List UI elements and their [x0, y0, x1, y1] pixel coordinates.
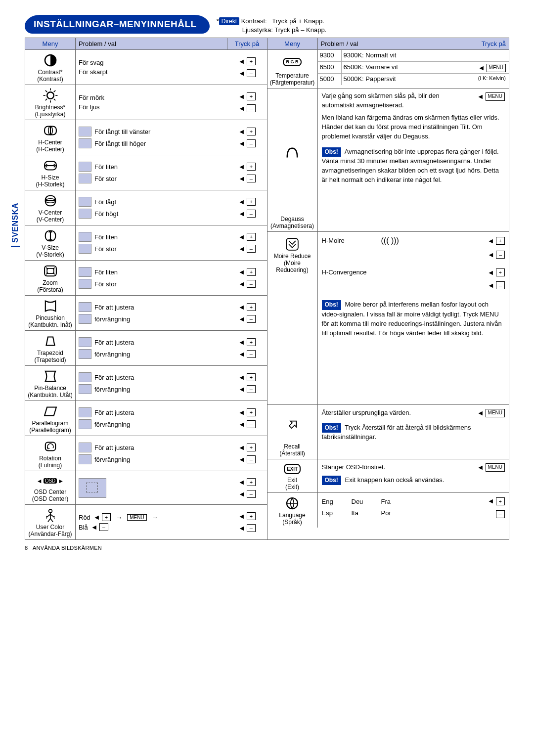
moire-obs: Moire beror på interferens mellan fosfor…: [322, 301, 502, 336]
hdr-meny: Meny: [25, 38, 76, 49]
plus-button[interactable]: ◄+: [238, 233, 256, 241]
page-title: INSTÄLLNINGAR–MENYINNEHÅLL: [25, 15, 210, 34]
setting-row: Pincushion(Kantbuktn. Inåt)För att juste…: [25, 296, 267, 331]
setting-icon: [42, 403, 59, 420]
setting-icon: [42, 157, 59, 174]
setting-icon: [42, 192, 59, 209]
recall-obs: Tryck Återställ för att återgå till bild…: [322, 424, 471, 441]
plus-button[interactable]: ◄+: [238, 408, 256, 416]
minus-button[interactable]: ◄–: [238, 315, 256, 323]
recall-icon: [284, 407, 301, 443]
setting-row: H-Size(H-Storlek)För litenFör stor◄+◄–: [25, 155, 267, 190]
minus-button[interactable]: ◄–: [238, 420, 256, 428]
lang-option: Fra: [381, 497, 411, 507]
obs-badge: Obs!: [322, 147, 341, 157]
plus-button[interactable]: ◄+: [238, 373, 256, 381]
plus-button[interactable]: ◄+: [238, 303, 256, 311]
moire-icon: [284, 236, 301, 253]
hdr-problem-r: Problem / val: [318, 38, 465, 49]
setting-icon: [42, 298, 59, 314]
setting-row: Zoom(Förstora)För litenFör stor◄+◄–: [25, 261, 267, 296]
hdr-meny-r: Meny: [267, 38, 318, 49]
plus-button[interactable]: ◄+: [238, 478, 256, 486]
minus-button[interactable]: ◄–: [238, 104, 256, 112]
h-moire-label: H-Moire: [322, 236, 376, 246]
exit-obs: Exit knappen kan också användas.: [345, 476, 444, 484]
lang-option: Ita: [352, 509, 381, 518]
h-conv-label: H-Convergence: [322, 268, 396, 277]
minus-button[interactable]: ◄–: [238, 524, 256, 532]
svg-point-1: [47, 92, 54, 99]
plus-button[interactable]: ◄+: [238, 338, 256, 346]
plus-button[interactable]: ◄+: [238, 198, 256, 206]
exit-text: Stänger OSD-fönstret.: [322, 463, 477, 472]
settings-table: Meny Problem / val Tryck på Contrast*(Ko…: [25, 38, 509, 540]
recall-text: Återställer ursprungliga värden.: [322, 408, 477, 418]
minus-button[interactable]: ◄–: [238, 385, 256, 393]
plus-button[interactable]: ◄+: [238, 163, 256, 171]
lang-option: Esp: [322, 509, 352, 518]
hdr-problem: Problem / val: [76, 38, 227, 49]
degauss-obs: Avmagnetisering bör inte upprepas flera …: [322, 148, 499, 183]
svg-rect-20: [44, 266, 56, 276]
minus-button[interactable]: ◄–: [238, 69, 256, 77]
language-icon: [284, 495, 301, 512]
plus-button[interactable]: ◄+: [238, 268, 256, 276]
minus-button[interactable]: ◄–: [238, 280, 256, 288]
setting-icon: [42, 333, 59, 350]
setting-row: Contrast*(Kontrast)För svagFör skarpt◄+◄…: [25, 50, 267, 85]
setting-icon: [42, 87, 59, 104]
plus-button[interactable]: ◄+: [238, 512, 256, 520]
plus-button[interactable]: ◄+: [238, 444, 256, 451]
minus-button[interactable]: ◄–: [238, 245, 256, 253]
setting-icon: ◄OSD►: [37, 473, 64, 489]
setting-row: H-Center(H-Center)För långt till vänster…: [25, 120, 267, 155]
svg-line-9: [45, 99, 46, 100]
temp-row: 93009300K: Normalt vit: [318, 50, 509, 62]
svg-line-6: [45, 90, 46, 92]
setting-row: Parallelogram(Parallellogram)För att jus…: [25, 401, 267, 436]
minus-button[interactable]: ◄–: [238, 139, 256, 147]
setting-icon: [42, 263, 59, 279]
svg-line-22: [46, 268, 47, 269]
side-tab-svenska: SVENSKA: [11, 203, 20, 247]
plus-button[interactable]: ◄+: [238, 92, 256, 100]
svg-line-23: [53, 268, 54, 269]
setting-icon: [42, 122, 59, 139]
setting-row: V-Center(V-Center)För lågtFör högt◄+◄–: [25, 190, 267, 225]
svg-line-7: [53, 99, 55, 100]
setting-row: Pin-Balance(Kantbuktn. Utåt)För att just…: [25, 366, 267, 401]
minus-button[interactable]: ◄–: [238, 350, 256, 358]
plus-button[interactable]: ◄+: [238, 128, 256, 135]
setting-icon: [42, 438, 59, 455]
lang-option: Por: [381, 509, 411, 518]
temp-row: 50005000K: Pappersvit(i K: Kelvin): [318, 74, 509, 85]
setting-row: Trapezoid(Trapetsoid)För att justeraförv…: [25, 331, 267, 366]
direkt-note: *Direkt Kontrast: Tryck på + Knapp. Ljus…: [217, 15, 327, 35]
minus-button[interactable]: ◄–: [238, 210, 256, 218]
setting-icon: [42, 507, 59, 524]
moire-pattern-icon: ((( ))): [381, 235, 399, 246]
footer: 8 ANVÄNDA BILDSKÄRMEN: [25, 545, 509, 551]
temp-row: 65006500K: Varmare vit◄MENU: [318, 62, 509, 74]
degauss-text2: Men ibland kan färgerna ändras om skärme…: [322, 113, 505, 141]
svg-point-27: [48, 509, 52, 513]
degauss-text1: Varje gång som skärmen slås på, blir den…: [322, 91, 473, 110]
hdr-tryck-r: Tryck på: [464, 38, 509, 49]
hdr-tryck: Tryck på: [227, 38, 267, 49]
setting-row: Rotation(Lutning)För att justeraförvräng…: [25, 436, 267, 471]
lang-option: Eng: [322, 497, 352, 507]
degauss-icon: [284, 90, 301, 216]
exit-icon: EXIT: [284, 461, 301, 477]
setting-icon: [42, 227, 59, 244]
minus-button[interactable]: ◄–: [238, 175, 256, 182]
svg-line-8: [53, 90, 55, 92]
setting-row: ◄OSD►OSD Center(OSD Center)◄+◄–: [25, 471, 267, 505]
svg-line-25: [53, 273, 54, 274]
setting-row: Brightness*(Ljusstyrka)För mörkFör ljus◄…: [25, 85, 267, 120]
setting-row: User Color(Användar-Färg)Röd ◄+ →MENU→Bl…: [25, 505, 267, 539]
minus-button[interactable]: ◄–: [238, 490, 256, 498]
minus-button[interactable]: ◄–: [238, 455, 256, 463]
plus-button[interactable]: ◄+: [238, 57, 256, 65]
setting-icon: [42, 52, 59, 69]
